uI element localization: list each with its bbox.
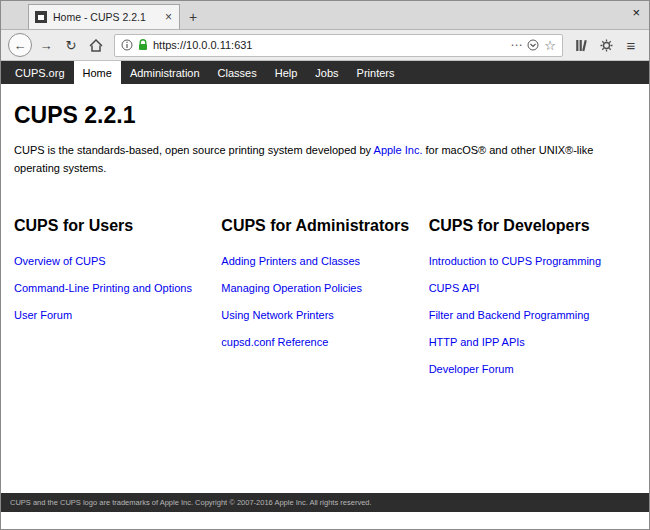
column-developers: CUPS for Developers Introduction to CUPS… [429, 217, 636, 390]
bookmark-star-icon[interactable]: ☆ [544, 39, 556, 52]
footer-copyright-text: CUPS and the CUPS logo are trademarks of… [10, 498, 372, 507]
window-close-button[interactable]: × [632, 6, 640, 19]
browser-tab[interactable]: Home - CUPS 2.2.1 × [28, 4, 180, 29]
nav-item-printers[interactable]: Printers [348, 61, 404, 84]
page-content: CUPS 2.2.1 CUPS is the standards-based, … [1, 84, 649, 390]
link-cups-api[interactable]: CUPS API [429, 282, 626, 294]
nav-item-jobs[interactable]: Jobs [306, 61, 347, 84]
apple-inc-link[interactable]: Apple Inc. [374, 144, 423, 156]
home-button[interactable] [85, 34, 107, 56]
site-info-icon[interactable] [121, 39, 133, 51]
browser-tab-bar: Home - CUPS 2.2.1 × + × [1, 1, 649, 30]
link-adding-printers[interactable]: Adding Printers and Classes [221, 255, 418, 267]
browser-toolbar: ← → ↻ ⋯ ☆ ≡ [1, 30, 649, 61]
column-users-title: CUPS for Users [14, 217, 211, 235]
tab-title: Home - CUPS 2.2.1 [53, 11, 158, 23]
pocket-icon[interactable] [527, 39, 539, 51]
link-network-printers[interactable]: Using Network Printers [221, 309, 418, 321]
link-columns: CUPS for Users Overview of CUPS Command-… [14, 217, 636, 390]
column-administrators-title: CUPS for Administrators [221, 217, 418, 235]
reload-button[interactable]: ↻ [60, 34, 82, 56]
nav-item-administration[interactable]: Administration [121, 61, 209, 84]
lock-icon[interactable] [138, 39, 148, 51]
intro-text-before: CUPS is the standards-based, open source… [14, 144, 374, 156]
new-tab-button[interactable]: + [180, 4, 206, 29]
link-user-forum[interactable]: User Forum [14, 309, 211, 321]
link-cupsd-conf-reference[interactable]: cupsd.conf Reference [221, 336, 418, 348]
gear-icon[interactable] [595, 34, 617, 56]
nav-item-home[interactable]: Home [74, 61, 121, 84]
forward-button[interactable]: → [35, 34, 57, 56]
tab-close-icon[interactable]: × [164, 11, 173, 23]
url-input[interactable] [153, 39, 505, 51]
address-bar[interactable]: ⋯ ☆ [114, 34, 563, 57]
page-title: CUPS 2.2.1 [14, 102, 636, 129]
cups-nav-bar: CUPS.org Home Administration Classes Hel… [1, 61, 649, 84]
intro-paragraph: CUPS is the standards-based, open source… [14, 142, 636, 177]
link-developer-forum[interactable]: Developer Forum [429, 363, 626, 375]
nav-item-help[interactable]: Help [266, 61, 307, 84]
link-intro-cups-programming[interactable]: Introduction to CUPS Programming [429, 255, 626, 267]
column-developers-title: CUPS for Developers [429, 217, 626, 235]
back-button[interactable]: ← [8, 33, 32, 57]
nav-item-cups-org[interactable]: CUPS.org [6, 61, 74, 84]
link-filter-backend-programming[interactable]: Filter and Backend Programming [429, 309, 626, 321]
link-command-line-printing[interactable]: Command-Line Printing and Options [14, 282, 211, 294]
link-managing-policies[interactable]: Managing Operation Policies [221, 282, 418, 294]
cups-footer-bar: CUPS and the CUPS logo are trademarks of… [1, 493, 649, 512]
column-administrators: CUPS for Administrators Adding Printers … [221, 217, 428, 390]
page-actions-icon[interactable]: ⋯ [510, 39, 522, 51]
menu-icon[interactable]: ≡ [620, 34, 642, 56]
link-http-ipp-apis[interactable]: HTTP and IPP APIs [429, 336, 626, 348]
column-users: CUPS for Users Overview of CUPS Command-… [14, 217, 221, 390]
cups-favicon-icon [35, 11, 47, 23]
nav-item-classes[interactable]: Classes [209, 61, 266, 84]
home-icon [89, 39, 103, 52]
link-overview-of-cups[interactable]: Overview of CUPS [14, 255, 211, 267]
library-icon[interactable] [570, 34, 592, 56]
